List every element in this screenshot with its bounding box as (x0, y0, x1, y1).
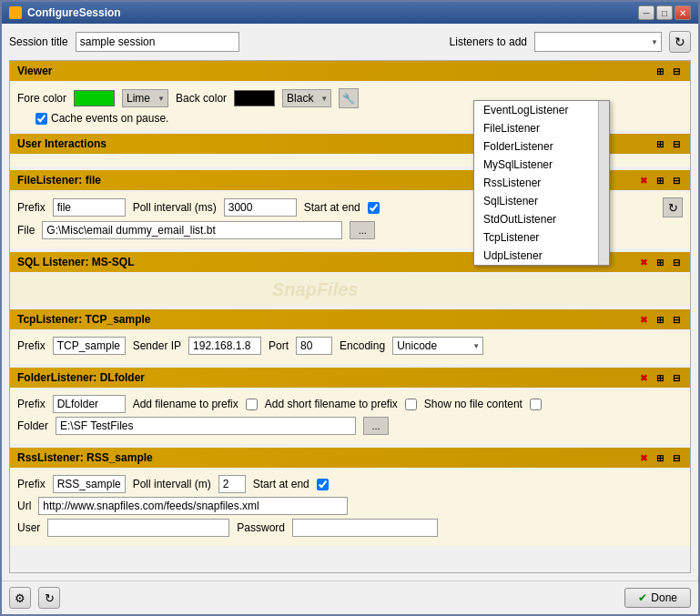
folder-listener-expand-icon[interactable]: ⊞ (654, 371, 666, 384)
listener-option-folder[interactable]: FolderListener (474, 137, 609, 156)
rss-url-input[interactable] (38, 497, 348, 515)
rss-listener-title: RssListener: RSS_sample (17, 451, 153, 464)
top-bar: Session title Listeners to add ↻ (9, 31, 691, 53)
bottom-left-btn-1[interactable]: ⚙ (9, 587, 31, 609)
folder-add-filename-label: Add filename to prefix (133, 398, 238, 410)
viewer-title: Viewer (17, 65, 52, 77)
listener-option-eventlog[interactable]: EventLogListener (474, 101, 609, 119)
rss-listener-remove-icon[interactable]: ✖ (637, 451, 650, 464)
tcp-listener-expand-icon[interactable]: ⊞ (654, 313, 666, 326)
listener-option-stdout[interactable]: StdOutListener (474, 210, 609, 228)
rss-prefix-input[interactable] (53, 475, 126, 493)
done-checkmark-icon: ✔ (638, 591, 647, 604)
file-start-end-checkbox[interactable] (368, 202, 380, 214)
file-file-label: File (17, 224, 35, 237)
rss-poll-input[interactable] (218, 475, 246, 493)
sql-listener-body: SnapFiles (10, 274, 690, 306)
folder-add-short-label: Add short filename to prefix (265, 398, 398, 410)
folder-add-short-checkbox[interactable] (405, 399, 417, 410)
tcp-prefix-input[interactable] (53, 337, 126, 355)
rss-prefix-label: Prefix (17, 478, 46, 490)
viewer-expand-icon[interactable]: ⊞ (654, 65, 666, 77)
viewer-collapse-icon[interactable]: ⊟ (670, 65, 683, 77)
folder-listener-section: FolderListener: DLfolder ✖ ⊞ ⊟ Prefix Ad… (10, 368, 690, 444)
tcp-encoding-select[interactable]: Unicode ASCII UTF-8 (392, 337, 483, 355)
folder-folder-label: Folder (17, 419, 48, 432)
viewer-settings-button[interactable]: 🔧 (339, 88, 359, 108)
session-title-input[interactable] (76, 32, 239, 52)
window-title: ConfigureSession (27, 6, 121, 19)
file-prefix-input[interactable] (53, 198, 126, 217)
file-listener-remove-icon[interactable]: ✖ (637, 174, 650, 187)
rss-password-label: Password (237, 521, 285, 534)
done-button[interactable]: ✔ Done (624, 588, 691, 608)
bottom-left-btn-2[interactable]: ↻ (38, 587, 60, 609)
tcp-listener-header: TcpListener: TCP_sample ✖ ⊞ ⊟ (10, 309, 690, 329)
folder-prefix-input[interactable] (53, 395, 126, 413)
folder-add-filename-checkbox[interactable] (246, 399, 258, 410)
viewer-header: Viewer ⊞ ⊟ (10, 61, 690, 81)
back-color-preview (234, 90, 275, 106)
rss-start-end-label: Start at end (253, 478, 309, 490)
rss-listener-header: RssListener: RSS_sample ✖ ⊞ ⊟ (10, 448, 690, 468)
folder-listener-remove-icon[interactable]: ✖ (637, 371, 650, 384)
maximize-button[interactable]: □ (656, 5, 673, 20)
file-listener-expand-icon[interactable]: ⊞ (654, 174, 666, 187)
fore-color-select[interactable]: Lime (122, 89, 168, 107)
tcp-listener-body: Prefix Sender IP Port Encoding Unicode A… (10, 331, 690, 364)
listeners-label: Listeners to add (450, 35, 527, 48)
user-interactions-expand-icon[interactable]: ⊞ (654, 137, 666, 150)
file-file-input[interactable] (42, 221, 342, 239)
tcp-listener-collapse-icon[interactable]: ⊟ (670, 313, 683, 326)
fore-color-preview (74, 90, 115, 106)
file-poll-input[interactable] (224, 198, 297, 217)
listener-option-tcp[interactable]: TcpListener (474, 228, 609, 247)
listener-option-rss[interactable]: RssListener (474, 174, 609, 192)
user-interactions-title: User Interactions (17, 137, 107, 150)
file-listener-collapse-icon[interactable]: ⊟ (670, 174, 683, 187)
listeners-dropdown-wrapper (534, 32, 662, 52)
sql-listener-expand-icon[interactable]: ⊞ (654, 256, 666, 268)
rss-password-input[interactable] (292, 519, 438, 537)
folder-listener-header: FolderListener: DLfolder ✖ ⊞ ⊟ (10, 368, 690, 388)
fore-color-dropdown-wrapper: Lime (122, 89, 168, 107)
file-refresh-button[interactable]: ↻ (663, 197, 683, 217)
close-button[interactable]: ✕ (675, 5, 691, 20)
listener-option-file[interactable]: FileListener (474, 119, 609, 137)
folder-browse-button[interactable]: ... (363, 417, 389, 435)
tcp-listener-remove-icon[interactable]: ✖ (637, 313, 650, 326)
rss-listener-collapse-icon[interactable]: ⊟ (670, 451, 683, 464)
minimize-button[interactable]: ─ (638, 5, 654, 20)
rss-listener-expand-icon[interactable]: ⊞ (654, 451, 666, 464)
rss-url-label: Url (17, 500, 31, 512)
rss-start-end-checkbox[interactable] (317, 479, 329, 490)
rss-user-input[interactable] (47, 519, 229, 537)
fore-color-label: Fore color (17, 92, 66, 105)
tcp-port-input[interactable] (296, 337, 332, 355)
file-browse-button[interactable]: ... (350, 221, 375, 239)
session-title-label: Session title (9, 35, 68, 48)
cache-events-checkbox[interactable] (36, 113, 47, 125)
listeners-dropdown[interactable] (534, 32, 662, 52)
listener-option-udp[interactable]: UdpListener (474, 247, 609, 265)
sql-listener-collapse-icon[interactable]: ⊟ (670, 256, 683, 268)
main-window: ConfigureSession ─ □ ✕ Session title Lis… (0, 0, 700, 616)
folder-show-no-file-checkbox[interactable] (530, 399, 542, 410)
popup-scrollbar[interactable] (598, 101, 609, 265)
tcp-prefix-label: Prefix (17, 339, 46, 352)
done-label: Done (651, 591, 677, 604)
cache-events-label: Cache events on pause. (51, 112, 168, 125)
folder-folder-input[interactable] (56, 417, 356, 435)
app-icon (9, 6, 22, 19)
user-interactions-collapse-icon[interactable]: ⊟ (670, 137, 683, 150)
back-color-select[interactable]: Black (282, 89, 331, 107)
folder-listener-collapse-icon[interactable]: ⊟ (670, 371, 683, 384)
listener-option-mysql[interactable]: MySqlListener (474, 156, 609, 174)
tcp-listener-title: TcpListener: TCP_sample (17, 313, 150, 326)
tcp-sender-ip-input[interactable] (188, 337, 261, 355)
folder-show-no-file-label: Show no file content (424, 398, 522, 410)
add-listener-button[interactable]: ↻ (669, 31, 691, 53)
file-listener-title: FileListener: file (17, 174, 101, 187)
listener-option-sql[interactable]: SqlListener (474, 192, 609, 210)
sql-listener-remove-icon[interactable]: ✖ (637, 256, 650, 268)
